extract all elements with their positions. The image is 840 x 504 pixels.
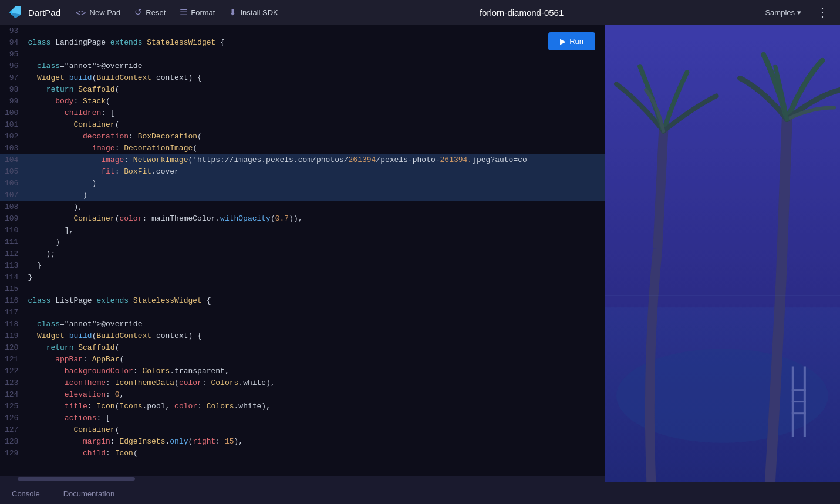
line-code[interactable]: Container(: [25, 424, 605, 436]
line-code[interactable]: Widget build(BuildContext context) {: [25, 330, 605, 342]
line-number: 95: [0, 49, 25, 60]
scrollbar-thumb[interactable]: [18, 477, 135, 481]
table-row: 106 ): [0, 178, 605, 190]
line-number: 125: [0, 401, 25, 412]
line-number: 105: [0, 166, 25, 178]
line-code[interactable]: margin: EdgeInsets.only(right: 15),: [25, 436, 605, 448]
line-code[interactable]: body: Stack(: [25, 96, 605, 107]
line-number: 113: [0, 260, 25, 272]
install-icon: ⬇: [229, 7, 237, 18]
line-number: 97: [0, 72, 25, 84]
line-number: 106: [0, 178, 25, 190]
table-row: 93: [0, 25, 605, 37]
table-row: 108 ),: [0, 201, 605, 213]
line-code[interactable]: class="annot">@override: [25, 60, 605, 72]
line-code[interactable]: elevation: 0,: [25, 389, 605, 401]
line-number: 121: [0, 354, 25, 366]
table-row: 127 Container(: [0, 424, 605, 436]
table-row: 101 Container(: [0, 119, 605, 131]
table-row: 125 title: Icon(Icons.pool, color: Color…: [0, 401, 605, 412]
tab-documentation[interactable]: Documentation: [52, 485, 126, 504]
line-code[interactable]: iconTheme: IconThemeData(color: Colors.w…: [25, 377, 605, 389]
line-code[interactable]: ): [25, 236, 605, 248]
line-code[interactable]: fit: BoxFit.cover: [25, 166, 605, 178]
code-content[interactable]: ▶ Run 93 94class LandingPage extends Sta…: [0, 25, 605, 476]
line-code[interactable]: return Scaffold(: [25, 342, 605, 354]
format-button[interactable]: ☰ Format: [174, 4, 221, 21]
line-code[interactable]: child: Icon(: [25, 448, 605, 459]
line-code[interactable]: class LandingPage extends StatelessWidge…: [25, 37, 605, 49]
line-code[interactable]: [25, 25, 605, 37]
line-code[interactable]: class="annot">@override: [25, 319, 605, 330]
line-number: 127: [0, 424, 25, 436]
line-number: 122: [0, 366, 25, 377]
line-number: 107: [0, 190, 25, 201]
line-code[interactable]: Container(color: mainThemeColor.withOpac…: [25, 213, 605, 225]
line-number: 118: [0, 319, 25, 330]
line-code[interactable]: [25, 283, 605, 295]
logo-area: DartPad: [7, 4, 63, 21]
line-code[interactable]: appBar: AppBar(: [25, 354, 605, 366]
line-code[interactable]: ): [25, 190, 605, 201]
line-number: 109: [0, 213, 25, 225]
line-code[interactable]: }: [25, 260, 605, 272]
run-button[interactable]: ▶ Run: [548, 32, 595, 50]
line-number: 96: [0, 60, 25, 72]
line-number: 100: [0, 107, 25, 119]
line-code[interactable]: image: NetworkImage('https://images.pexe…: [25, 154, 605, 166]
line-number: 114: [0, 272, 25, 283]
line-number: 110: [0, 225, 25, 236]
more-options-button[interactable]: ⋮: [812, 3, 833, 22]
table-row: 122 backgroundColor: Colors.transparent,: [0, 366, 605, 377]
code-editor: ▶ Run 93 94class LandingPage extends Sta…: [0, 25, 605, 482]
code-table: 93 94class LandingPage extends Stateless…: [0, 25, 605, 459]
table-row: 129 child: Icon(: [0, 448, 605, 459]
preview-scene-svg: [605, 25, 840, 482]
tab-console[interactable]: Console: [0, 485, 52, 504]
line-code[interactable]: children: [: [25, 107, 605, 119]
line-code[interactable]: title: Icon(Icons.pool, color: Colors.wh…: [25, 401, 605, 412]
line-code[interactable]: );: [25, 248, 605, 260]
line-number: 117: [0, 307, 25, 319]
line-number: 94: [0, 37, 25, 49]
line-code[interactable]: ),: [25, 201, 605, 213]
line-number: 115: [0, 283, 25, 295]
install-sdk-button[interactable]: ⬇ Install SDK: [223, 4, 284, 21]
line-code[interactable]: Widget build(BuildContext context) {: [25, 72, 605, 84]
line-code[interactable]: ],: [25, 225, 605, 236]
line-code[interactable]: }: [25, 272, 605, 283]
line-number: 126: [0, 412, 25, 424]
line-number: 124: [0, 389, 25, 401]
line-code[interactable]: [25, 307, 605, 319]
format-icon: ☰: [180, 7, 187, 18]
line-code[interactable]: ): [25, 178, 605, 190]
line-code[interactable]: Container(: [25, 119, 605, 131]
reset-icon: ↺: [134, 7, 142, 18]
table-row: 107 ): [0, 190, 605, 201]
line-number: 119: [0, 330, 25, 342]
line-code[interactable]: backgroundColor: Colors.transparent,: [25, 366, 605, 377]
line-code[interactable]: image: DecorationImage(: [25, 143, 605, 154]
line-number: 98: [0, 84, 25, 96]
svg-rect-8: [605, 25, 840, 482]
project-name: forlorn-diamond-0561: [480, 8, 564, 18]
new-pad-button[interactable]: <> New Pad: [70, 4, 126, 21]
line-code[interactable]: decoration: BoxDecoration(: [25, 131, 605, 143]
line-number: 104: [0, 154, 25, 166]
table-row: 102 decoration: BoxDecoration(: [0, 131, 605, 143]
line-number: 111: [0, 236, 25, 248]
line-code[interactable]: actions: [: [25, 412, 605, 424]
table-row: 105 fit: BoxFit.cover: [0, 166, 605, 178]
line-number: 101: [0, 119, 25, 131]
toolbar-center: forlorn-diamond-0561: [286, 8, 757, 18]
reset-button[interactable]: ↺ Reset: [129, 4, 171, 21]
horizontal-scrollbar[interactable]: [0, 476, 605, 482]
line-code[interactable]: [25, 49, 605, 60]
table-row: 97 Widget build(BuildContext context) {: [0, 72, 605, 84]
line-code[interactable]: class ListPage extends StatelessWidget {: [25, 295, 605, 307]
line-code[interactable]: return Scaffold(: [25, 84, 605, 96]
samples-button[interactable]: Samples ▾: [759, 5, 807, 21]
table-row: 124 elevation: 0,: [0, 389, 605, 401]
table-row: 95: [0, 49, 605, 60]
table-row: 113 }: [0, 260, 605, 272]
